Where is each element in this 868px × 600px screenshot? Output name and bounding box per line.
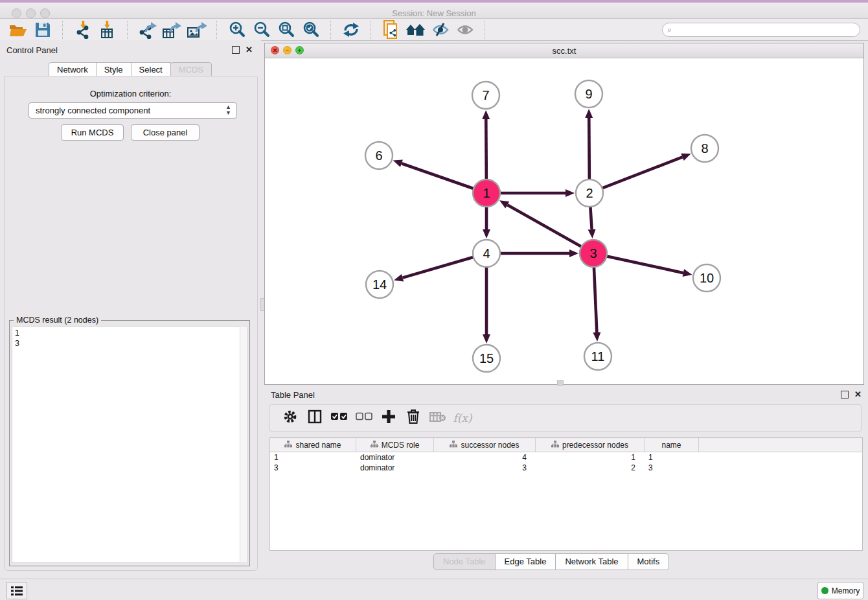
- show-eye-button[interactable]: [453, 20, 477, 40]
- zoom-selected-button[interactable]: [299, 20, 323, 40]
- export-table-button[interactable]: [160, 20, 185, 40]
- toolbar-separator: [330, 21, 332, 39]
- function-builder-button: f(x): [450, 407, 475, 429]
- criterion-select[interactable]: strongly connected component ▲▼: [29, 102, 237, 119]
- column-header-MCDS-role[interactable]: MCDS role: [356, 438, 434, 452]
- save-session-button[interactable]: [30, 20, 55, 40]
- table-cell[interactable]: 1: [645, 452, 699, 463]
- column-label: shared name: [295, 441, 341, 450]
- zoom-fit-button[interactable]: [274, 20, 299, 40]
- graph-edge-2-9[interactable]: [589, 118, 589, 181]
- save-session-icon: [34, 21, 51, 38]
- graph-edge-2-8[interactable]: [601, 157, 683, 189]
- graph-edge-2-3[interactable]: [590, 205, 591, 229]
- toolbar-separator: [216, 21, 218, 39]
- tab-motifs[interactable]: Motifs: [628, 553, 670, 570]
- tab-edge-table[interactable]: Edge Table: [495, 553, 556, 570]
- column-type-icon: [551, 441, 559, 450]
- table-cell[interactable]: 3: [645, 463, 699, 473]
- add-row-button[interactable]: [376, 407, 401, 429]
- tab-node-table[interactable]: Node Table: [433, 553, 496, 570]
- run-mcds-button[interactable]: Run MCDS: [61, 124, 124, 141]
- settings-icon: [283, 410, 297, 426]
- graph-edge-3-1[interactable]: [507, 205, 582, 248]
- export-network-button[interactable]: [135, 20, 160, 40]
- edge-arrowhead: [585, 109, 593, 118]
- column-header-shared-name[interactable]: shared name: [270, 438, 356, 452]
- network-view-window: scc.txt 7968124314101511: [264, 43, 864, 385]
- table-cell[interactable]: 1: [270, 452, 356, 463]
- column-header-name[interactable]: name: [645, 438, 699, 452]
- settings-button[interactable]: [278, 407, 303, 429]
- toolbar-separator: [127, 21, 128, 39]
- table-cell[interactable]: 1: [536, 452, 645, 463]
- close-panel-button[interactable]: Close panel: [131, 124, 200, 141]
- table-cell[interactable]: 3: [270, 463, 356, 473]
- zoom-in-button[interactable]: [225, 20, 249, 40]
- zoom-out-button[interactable]: [249, 20, 274, 40]
- control-panel-title: Control Panel: [6, 45, 58, 55]
- memory-button[interactable]: Memory: [817, 582, 863, 599]
- mcds-result-group: MCDS result (2 nodes) 1 3: [9, 320, 250, 566]
- node-label-7: 7: [482, 88, 489, 102]
- column-label: MCDS role: [382, 441, 420, 450]
- table-row[interactable]: 3dominator323: [270, 463, 862, 473]
- column-header-predecessor-nodes[interactable]: predecessor nodes: [536, 438, 645, 452]
- export-image-button[interactable]: [185, 20, 209, 40]
- refresh-button[interactable]: [339, 20, 363, 40]
- import-network-button[interactable]: [71, 20, 95, 40]
- tab-network-table[interactable]: Network Table: [555, 553, 628, 570]
- graph-edge-1-6[interactable]: [402, 163, 475, 189]
- edge-arrowhead: [483, 229, 490, 238]
- table-cell[interactable]: 3: [434, 463, 536, 473]
- network-splitter-handle[interactable]: [557, 380, 564, 386]
- titlebar: Session: New Session: [0, 3, 868, 19]
- graph-edge-1-7[interactable]: [486, 119, 486, 181]
- result-scrollbar[interactable]: [240, 326, 247, 563]
- select-all-button[interactable]: [327, 407, 352, 429]
- table-cell[interactable]: 4: [434, 452, 536, 463]
- toolbar-separator: [371, 21, 372, 39]
- clear-selection-button[interactable]: [352, 407, 376, 429]
- column-type-icon: [371, 441, 378, 450]
- table-cell[interactable]: dominator: [356, 452, 434, 463]
- ndex-share-button[interactable]: [379, 20, 404, 40]
- main-toolbar: ⌕: [0, 19, 868, 41]
- columns-button[interactable]: [303, 407, 327, 429]
- column-header-successor-nodes[interactable]: successor nodes: [434, 438, 536, 452]
- network-window-title: scc.txt: [265, 46, 863, 56]
- node-label-9: 9: [585, 87, 592, 101]
- hide-eye-icon: [431, 22, 450, 38]
- status-bar: Memory: [0, 579, 868, 600]
- home-button[interactable]: [404, 20, 428, 40]
- network-canvas[interactable]: 7968124314101511: [265, 58, 862, 383]
- close-panel-icon[interactable]: ✕: [246, 47, 253, 53]
- graph-edge-3-11[interactable]: [594, 266, 597, 332]
- hide-eye-button[interactable]: [428, 20, 453, 40]
- column-type-icon: [284, 441, 292, 450]
- close-table-panel-icon[interactable]: ✕: [854, 391, 862, 398]
- table-cell[interactable]: 2: [536, 463, 645, 473]
- network-window-titlebar[interactable]: scc.txt: [265, 43, 863, 58]
- mcds-result-text[interactable]: 1 3: [12, 326, 241, 563]
- table-cell[interactable]: dominator: [356, 463, 434, 473]
- table-row[interactable]: 1dominator411: [270, 452, 862, 463]
- graph-edge-3-10[interactable]: [606, 256, 683, 273]
- graph-edge-4-14[interactable]: [403, 257, 475, 277]
- table-panel: Table Panel ✕ f(x) shared nameMCDS roles…: [264, 386, 868, 579]
- zoom-in-icon: [228, 21, 246, 39]
- delete-row-button[interactable]: [401, 407, 426, 429]
- search-input[interactable]: [662, 23, 860, 37]
- export-image-icon: [187, 21, 207, 39]
- import-table-button[interactable]: [95, 20, 120, 40]
- node-label-14: 14: [372, 277, 387, 292]
- node-label-2: 2: [586, 186, 593, 200]
- open-file-button[interactable]: [6, 20, 30, 40]
- edge-arrowhead: [681, 154, 691, 161]
- column-type-icon: [450, 441, 457, 450]
- column-label: name: [661, 441, 681, 450]
- task-history-button[interactable]: [6, 582, 27, 599]
- control-panel: Control Panel ✕ NetworkStyleSelectMCDS O…: [0, 40, 261, 579]
- float-table-panel-icon[interactable]: [841, 391, 849, 398]
- float-panel-icon[interactable]: [232, 46, 240, 54]
